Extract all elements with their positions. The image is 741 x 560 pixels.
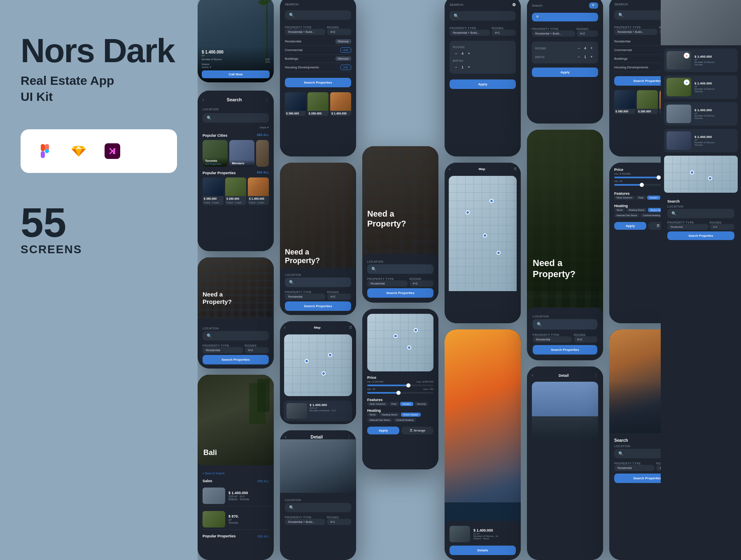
c5-rooms-decrement[interactable]: − — [576, 45, 582, 51]
baths-decrement[interactable]: − — [453, 64, 459, 70]
tag-pool[interactable]: Pool — [389, 402, 399, 406]
add-commercial-btn[interactable]: Add — [340, 47, 351, 53]
detail-bot-back[interactable]: ‹ — [532, 373, 533, 378]
city-card-extra[interactable] — [256, 140, 269, 167]
c6-tag-centrum[interactable]: Near Centrum — [614, 196, 635, 200]
c6-card-2[interactable]: $ 280.000 — [637, 90, 658, 114]
search-props-btn[interactable]: Search Properties — [285, 78, 351, 87]
detail-more-icon[interactable]: ⋮ — [347, 435, 351, 439]
arrange-button[interactable]: ☰ Arrange — [401, 427, 433, 434]
sunny-details-btn[interactable]: Details — [450, 546, 516, 555]
tag-centrum[interactable]: Near Centrum — [367, 402, 388, 406]
more-icon[interactable]: ⋮ — [265, 98, 269, 102]
popular-see-all[interactable]: SEE ALL — [257, 535, 269, 538]
need-search[interactable]: 🔍 — [203, 331, 269, 341]
right-item-2[interactable]: ♥ $ 1.400.000 m² Number of Rooms Toronto — [664, 75, 738, 99]
hero-tall-search-icon: 🔍 — [537, 322, 542, 327]
c5-active-search[interactable]: 🔍 — [532, 13, 598, 21]
right-item-3[interactable]: $ 1.400.000 m² Number of Rooms Toronto — [664, 102, 738, 126]
right-item-1[interactable]: ♥ $ 1.400.000 m² Number of Rooms Toronto — [664, 49, 738, 72]
city-card-toronto[interactable]: Toronto 152 Properties — [203, 140, 228, 167]
c6-heat-stove[interactable]: Heating Stove — [626, 208, 647, 212]
c6-tag-pool[interactable]: Pool — [636, 196, 646, 200]
back-arrow-icon[interactable]: ‹ — [203, 98, 204, 102]
map-back-icon[interactable]: ‹ — [284, 325, 285, 330]
prop-card-3[interactable]: $ 1.400.000 3 bed · 2 bath — [248, 177, 269, 205]
prop-card-2[interactable]: $ 280.000 2 bed · 1 bath — [225, 177, 246, 205]
heat-room[interactable]: Room Heater — [401, 413, 421, 417]
result-card-1[interactable]: $ 380.000 — [285, 92, 306, 116]
map-menu-icon[interactable]: ☰ — [349, 326, 352, 329]
c6-prop-type-lbl: PROPERTY TYPE — [614, 26, 657, 29]
c4-apply-btn[interactable]: Apply — [450, 79, 516, 89]
bali-prop-2[interactable]: $ 870. m² Toronto — [203, 509, 269, 530]
sketch-icon — [67, 139, 91, 163]
area-slider[interactable] — [367, 392, 433, 394]
rooms-decrement[interactable]: − — [453, 50, 459, 57]
detail-back-icon[interactable]: ‹ — [285, 435, 286, 439]
baths-increment[interactable]: + — [466, 64, 472, 70]
need-prop-search-btn[interactable]: Search Properties — [285, 301, 351, 311]
need-search-btn[interactable]: Search Properties — [203, 355, 269, 364]
c5-rooms-increment[interactable]: + — [588, 45, 595, 51]
area-thumb[interactable] — [396, 391, 401, 395]
heat-gas[interactable]: Natural Gas Stove — [367, 418, 392, 422]
c4-search[interactable]: 🔍 — [450, 11, 516, 21]
back-to-search[interactable]: < Back to Search — [203, 472, 225, 475]
heat-central[interactable]: Central Heating — [394, 418, 416, 422]
add-housing-btn[interactable]: Add — [340, 65, 351, 70]
counters-panel: ROOMS − 4 + BATHS − 1 + — [450, 41, 516, 74]
c6-apply-btn[interactable]: Apply — [614, 222, 646, 230]
call-now-btn[interactable]: Call Now — [202, 70, 270, 78]
need-prop-search[interactable]: 🔍 — [285, 278, 351, 287]
right-search-btn[interactable]: Search Properties — [667, 231, 734, 240]
c6-tag-garden[interactable]: Garden — [647, 196, 660, 200]
detail-location-label: LOCATION — [285, 499, 351, 502]
c5-baths-decrement[interactable]: − — [576, 54, 582, 60]
apply-button[interactable]: Apply — [367, 427, 399, 434]
col3-search-btn[interactable]: Search Properties — [367, 288, 433, 298]
hero-tall-search-btn[interactable]: Search Properties — [533, 345, 597, 355]
main-search-bar[interactable]: 🔍 — [285, 10, 351, 20]
result-card-2[interactable]: $ 280.000 — [308, 92, 329, 116]
right-item-4[interactable]: $ 1.400.000 m² Number of Rooms Toronto — [664, 129, 738, 152]
c6-heat-gas[interactable]: Natural Gas Stove — [614, 213, 639, 217]
result-card-3[interactable]: $ 1.400.000 — [330, 92, 351, 116]
map-mid-title: Map — [479, 167, 485, 171]
detail-search[interactable]: 🔍 — [285, 503, 351, 512]
c6-heat-central[interactable]: Central Heating — [641, 213, 663, 217]
right-search-bar[interactable]: 🔍 — [667, 209, 734, 218]
c5-apply-btn[interactable]: Apply — [532, 68, 598, 77]
price-thumb[interactable] — [406, 383, 410, 387]
right-search-section: Search LOCATION 🔍 PROPERTY TYPE Resident… — [664, 196, 738, 243]
rooms-increment[interactable]: + — [466, 50, 472, 57]
rooms-filter-val[interactable]: 4+2 — [327, 29, 352, 35]
sales-see-all[interactable]: SEE ALL — [257, 480, 269, 483]
prop-type-filter-val[interactable]: Residential + Build... — [285, 29, 325, 35]
remove-buildings-btn[interactable]: Remove — [336, 56, 351, 61]
tag-garden[interactable]: Garden — [400, 402, 413, 406]
more-text[interactable]: more ▾ — [260, 126, 269, 129]
bali-prop-1[interactable]: $ 1.400.000 215 m² · 4+1 District · Toro… — [203, 485, 269, 506]
see-all-props[interactable]: SEE ALL — [257, 171, 269, 175]
price-slider[interactable] — [367, 385, 433, 386]
c6-price-thumb[interactable] — [657, 175, 661, 180]
location-search[interactable]: 🔍 — [203, 113, 269, 123]
heat-stove[interactable]: Heating Stove — [379, 413, 400, 417]
detail-bot-more[interactable]: ⋮ — [594, 373, 598, 378]
remove-residential-btn[interactable]: Remove — [336, 39, 351, 44]
c6-card-1[interactable]: $ 380.000 — [614, 90, 635, 114]
prop-card-1[interactable]: $ 360.000 3 bed · 2 bath — [203, 177, 224, 205]
city-card-monaco[interactable]: Monaco — [229, 140, 254, 167]
area-fill — [367, 392, 401, 394]
col3-search[interactable]: 🔍 — [367, 264, 433, 274]
map-mid-menu[interactable]: ☰ — [514, 167, 517, 171]
map-mid-back[interactable]: ‹ — [449, 167, 450, 171]
heat-none[interactable]: None — [367, 413, 378, 417]
hero-tall-search[interactable]: 🔍 — [533, 319, 597, 329]
tag-security[interactable]: Security — [415, 402, 429, 406]
c6-area-thumb[interactable] — [640, 183, 644, 187]
see-all-cities[interactable]: SEE ALL — [257, 133, 269, 138]
c6-heat-none[interactable]: None — [614, 208, 625, 212]
c5-baths-increment[interactable]: + — [588, 54, 595, 60]
